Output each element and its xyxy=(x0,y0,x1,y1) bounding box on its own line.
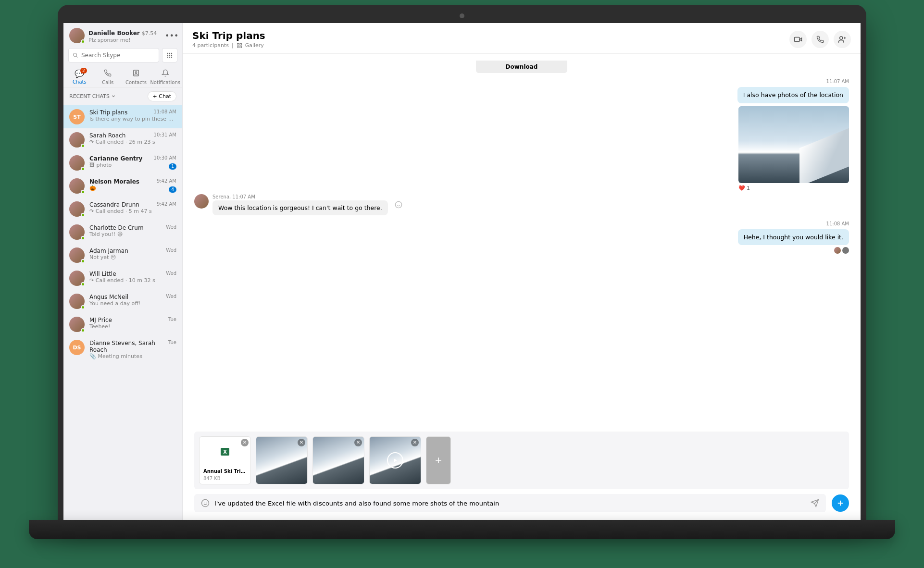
chat-icon: 💬2 xyxy=(65,69,94,78)
laptop-camera xyxy=(460,13,464,18)
chat-list-item[interactable]: DSDianne Stevens, Sarah RoachTue📎 Meetin… xyxy=(63,336,182,363)
search-field[interactable] xyxy=(81,52,155,59)
profile-header[interactable]: Danielle Booker$7.54 Plz sponsor me! ••• xyxy=(63,23,182,48)
audio-call-button[interactable] xyxy=(812,31,829,48)
chat-list-item[interactable]: STSki Trip plans11:08 AMIs there any way… xyxy=(63,105,182,128)
message-sender: Serena, 11:07 AM xyxy=(212,194,388,199)
presence-dot xyxy=(81,190,85,194)
send-icon xyxy=(811,499,819,507)
message-reaction[interactable]: ❤️ 1 xyxy=(738,185,849,191)
tab-chats-label: Chats xyxy=(73,79,87,85)
send-button[interactable] xyxy=(811,499,819,507)
add-people-button[interactable] xyxy=(834,31,851,48)
add-attachment-button[interactable] xyxy=(426,436,451,484)
svg-line-1 xyxy=(76,56,78,58)
search-icon xyxy=(73,52,78,58)
download-button[interactable]: Download xyxy=(476,61,567,73)
chat-title: Charlotte De Crum xyxy=(89,224,144,231)
chat-list-item[interactable]: Adam JarmanWedNot yet 😔 xyxy=(63,244,182,267)
tab-chats[interactable]: 💬2 Chats xyxy=(65,69,94,85)
avatar xyxy=(69,201,85,217)
presence-dot xyxy=(81,305,85,309)
chat-list-item[interactable]: Sarah Roach10:31 AM↷ Call ended · 26 m 2… xyxy=(63,128,182,151)
message-text[interactable]: I also have photos of the location xyxy=(737,87,849,103)
plus-icon xyxy=(836,499,845,507)
avatar xyxy=(69,155,85,171)
profile-credit: $7.54 xyxy=(142,30,157,37)
chat-time: Wed xyxy=(166,271,176,277)
phone-icon xyxy=(94,69,122,79)
chat-list-item[interactable]: Angus McNeilWedYou need a day off! xyxy=(63,290,182,313)
composer-input[interactable] xyxy=(214,500,806,507)
add-button[interactable] xyxy=(832,494,849,512)
chat-title: Dianne Stevens, Sarah Roach xyxy=(89,340,168,353)
message-text[interactable]: Hehe, I thought you would like it. xyxy=(738,229,849,246)
attachment-video[interactable]: ✕ xyxy=(369,436,421,484)
remove-attachment-button[interactable]: ✕ xyxy=(354,439,362,446)
message-outgoing: I also have photos of the location xyxy=(737,87,849,103)
app-window: Danielle Booker$7.54 Plz sponsor me! •••… xyxy=(63,23,861,520)
tab-notifications[interactable]: Notifications xyxy=(150,69,180,85)
new-chat-button[interactable]: + Chat xyxy=(148,91,176,101)
chevron-down-icon xyxy=(112,94,115,98)
chat-preview: Teehee! xyxy=(89,323,176,330)
emoji-icon[interactable] xyxy=(201,499,210,507)
message-composer[interactable] xyxy=(194,494,826,512)
chat-list-item[interactable]: Cassandra Drunn9:42 AM↷ Call ended · 5 m… xyxy=(63,198,182,221)
recent-chats-header[interactable]: RECENT CHATS xyxy=(69,93,115,99)
chat-list-item[interactable]: MJ PriceTueTeehee! xyxy=(63,313,182,336)
svg-point-12 xyxy=(135,72,137,73)
avatar xyxy=(69,224,85,240)
avatar xyxy=(69,317,85,332)
avatar xyxy=(69,247,85,263)
chat-preview: ↷ Call ended · 26 m 23 s xyxy=(89,139,176,145)
svg-rect-14 xyxy=(240,43,242,45)
svg-point-0 xyxy=(74,53,77,57)
chat-title: Carianne Gentry xyxy=(89,155,142,162)
chat-list-item[interactable]: Carianne Gentry10:30 AM🖼 photo1 xyxy=(63,151,182,174)
plus-icon xyxy=(434,456,443,465)
more-icon[interactable]: ••• xyxy=(165,31,176,40)
avatar xyxy=(69,294,85,309)
presence-dot xyxy=(81,259,85,263)
dialpad-button[interactable] xyxy=(162,48,177,62)
attachment-file[interactable]: ✕ X Annual Ski Trip... 847 KB xyxy=(199,436,251,484)
play-icon xyxy=(387,452,403,469)
svg-rect-17 xyxy=(795,37,800,41)
avatar: ST xyxy=(69,109,85,124)
chat-list-item[interactable]: Charlotte De CrumWedTold you!! 😄 xyxy=(63,221,182,244)
nav-tabs: 💬2 Chats Calls Contacts Notifications xyxy=(63,66,182,87)
participants-count[interactable]: 4 participants xyxy=(192,42,229,49)
svg-point-3 xyxy=(169,53,170,54)
video-call-button[interactable] xyxy=(789,31,807,48)
chat-time: 9:42 AM xyxy=(157,201,176,208)
chat-title: Sarah Roach xyxy=(89,132,125,139)
presence-dot xyxy=(81,39,85,44)
tab-contacts[interactable]: Contacts xyxy=(122,69,150,85)
attachment-image[interactable]: ✕ xyxy=(312,436,364,484)
message-text[interactable]: Wow this location is gorgeous! I can't w… xyxy=(212,200,388,215)
chat-time: 10:30 AM xyxy=(154,155,176,162)
message-outgoing-image[interactable]: ❤️ 1 xyxy=(738,106,849,191)
chat-list-item[interactable]: Nelson Morales9:42 AM🎃4 xyxy=(63,174,182,198)
search-input[interactable] xyxy=(68,48,159,62)
remove-attachment-button[interactable]: ✕ xyxy=(241,439,249,446)
svg-point-30 xyxy=(202,500,209,507)
svg-point-10 xyxy=(171,57,172,58)
avatar xyxy=(194,194,209,209)
chat-time: 9:42 AM xyxy=(157,178,176,185)
svg-rect-16 xyxy=(240,46,242,48)
chat-preview: Not yet 😔 xyxy=(89,254,176,260)
chat-time: Wed xyxy=(166,224,176,231)
contacts-icon xyxy=(122,69,150,79)
gallery-link[interactable]: Gallery xyxy=(245,42,264,49)
chat-preview: ↷ Call ended · 5 m 47 s xyxy=(89,208,176,214)
chat-list-item[interactable]: Will LittleWed↷ Call ended · 10 m 32 s xyxy=(63,267,182,290)
composer-area: ✕ X Annual Ski Trip... 847 KB ✕ ✕ ✕ xyxy=(183,426,861,520)
chat-time: Wed xyxy=(166,247,176,254)
attachment-image[interactable]: ✕ xyxy=(256,436,308,484)
tab-calls[interactable]: Calls xyxy=(94,69,122,85)
react-button[interactable] xyxy=(395,201,402,209)
remove-attachment-button[interactable]: ✕ xyxy=(411,439,419,446)
remove-attachment-button[interactable]: ✕ xyxy=(298,439,305,446)
